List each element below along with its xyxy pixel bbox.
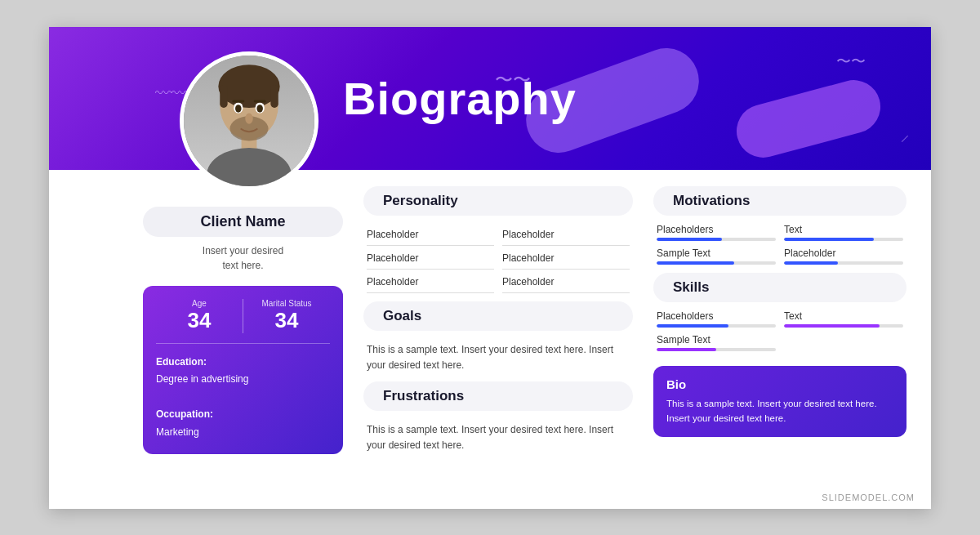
motivation-bar (657, 261, 776, 265)
skill-bar (784, 324, 903, 328)
skills-title: Skills (673, 279, 709, 295)
skill-bar (657, 348, 776, 351)
personality-item: Placeholder (502, 271, 630, 293)
education-label: Education: (156, 356, 207, 368)
motivation-bar (784, 261, 903, 265)
left-panel: Client Name Insert your desired text her… (143, 207, 343, 455)
client-name-box: Client Name (143, 207, 343, 237)
header: 〜〜 〜〜 / 〰〰 Biography (49, 27, 931, 170)
motivation-label: Text (784, 224, 903, 235)
skill-fill (784, 324, 880, 328)
header-deco-slash: / (900, 132, 909, 145)
frustrations-header: Frustrations (363, 381, 633, 411)
motivations-grid: Placeholders Text Sample Text Placeholde… (653, 224, 906, 273)
motivation-label: Placeholder (784, 247, 903, 259)
avatar (180, 51, 318, 190)
personality-item: Placeholder (367, 247, 494, 270)
motivations-title: Motivations (673, 193, 750, 208)
motivation-item: Sample Text (657, 247, 776, 266)
skills-header: Skills (653, 273, 906, 302)
education-value: Degree in advertising (156, 373, 248, 385)
skill-label: Placeholders (657, 310, 776, 322)
motivation-fill (657, 261, 734, 265)
marital-value: 34 (243, 308, 330, 333)
info-box: Age 34 Marital Status 34 Education: Degr… (143, 286, 343, 455)
skill-label: Text (784, 310, 903, 322)
skill-item: Text (784, 310, 903, 329)
motivation-label: Placeholders (657, 224, 776, 235)
bio-text: This is a sample text. Insert your desir… (666, 396, 893, 426)
right-panel: Motivations Placeholders Text Sample Tex… (653, 186, 906, 438)
motivation-label: Sample Text (657, 247, 776, 259)
skills-grid: Placeholders Text Sample Text (653, 310, 906, 359)
biography-title: Biography (343, 72, 577, 125)
age-label: Age (156, 299, 243, 308)
client-name: Client Name (200, 213, 285, 230)
age-stat: Age 34 (156, 299, 243, 333)
goals-title: Goals (383, 308, 421, 323)
client-description: Insert your desired text here. (143, 243, 343, 273)
motivation-bar (784, 238, 903, 241)
marital-label: Marital Status (243, 299, 330, 308)
marital-stat: Marital Status 34 (243, 299, 330, 333)
header-decoration-blob2 (731, 74, 887, 163)
motivations-header: Motivations (653, 186, 906, 216)
motivation-item: Placeholders (657, 224, 776, 243)
header-deco-squiggle2: 〜〜 (836, 51, 866, 71)
motivation-fill (784, 261, 838, 265)
skill-label: Sample Text (657, 334, 776, 346)
info-details: Education: Degree in advertising Occupat… (156, 354, 330, 442)
motivation-fill (657, 238, 722, 241)
svg-point-10 (235, 105, 242, 112)
svg-rect-12 (232, 100, 244, 102)
motivation-item: Text (784, 224, 903, 243)
frustrations-title: Frustrations (383, 388, 464, 403)
motivation-bar (657, 238, 776, 241)
skill-fill (657, 348, 716, 351)
motivation-fill (784, 238, 874, 241)
svg-point-2 (218, 65, 279, 108)
slide: 〜〜 〜〜 / 〰〰 Biography (49, 27, 931, 509)
center-panel: Personality PlaceholderPlaceholderPlaceh… (363, 186, 633, 462)
personality-item: Placeholder (367, 224, 494, 246)
svg-rect-13 (254, 100, 266, 102)
svg-rect-3 (220, 84, 227, 107)
svg-point-14 (245, 113, 252, 123)
personality-header: Personality (363, 186, 633, 216)
skill-bar (657, 324, 776, 328)
age-value: 34 (156, 308, 243, 333)
skill-item: Sample Text (657, 334, 776, 353)
personality-item: Placeholder (367, 271, 494, 293)
frustrations-text: This is a sample text. Insert your desir… (363, 419, 633, 461)
personality-grid: PlaceholderPlaceholderPlaceholderPlaceho… (363, 224, 633, 293)
footer-label: SLIDEMODEL.COM (822, 493, 915, 502)
bio-box: Bio This is a sample text. Insert your d… (653, 366, 906, 438)
skill-item: Placeholders (657, 310, 776, 329)
svg-point-11 (256, 105, 263, 112)
skill-fill (657, 324, 728, 328)
info-stats: Age 34 Marital Status 34 (156, 299, 330, 344)
personality-item: Placeholder (502, 247, 630, 270)
motivation-item: Placeholder (784, 247, 903, 266)
bio-title: Bio (666, 377, 893, 391)
occupation-value: Marketing (156, 426, 199, 438)
goals-text: This is a sample text. Insert your desir… (363, 339, 633, 381)
personality-title: Personality (383, 193, 458, 208)
personality-item: Placeholder (502, 224, 630, 246)
occupation-label: Occupation: (156, 408, 213, 420)
goals-header: Goals (363, 301, 633, 331)
svg-rect-4 (270, 84, 278, 107)
